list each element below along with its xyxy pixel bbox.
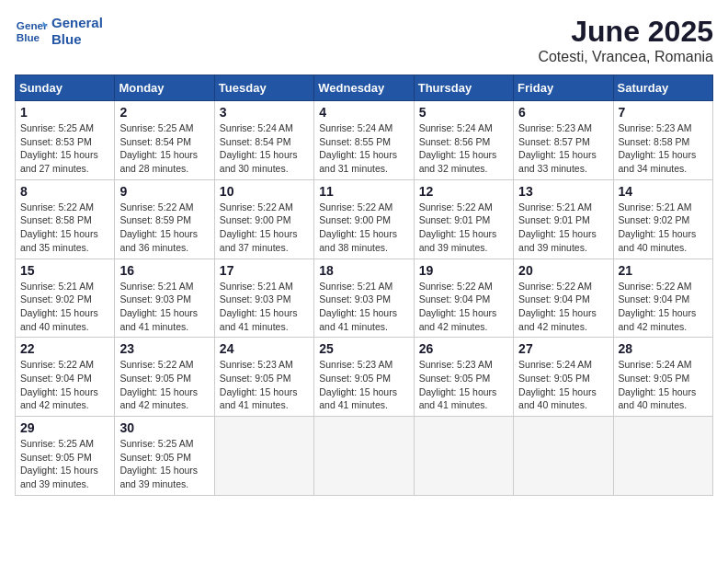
day-number: 19 — [419, 263, 508, 278]
calendar-cell-empty — [214, 417, 313, 496]
day-number: 18 — [319, 263, 408, 278]
calendar-cell-14: 14Sunrise: 5:21 AMSunset: 9:02 PMDayligh… — [613, 179, 712, 259]
calendar-header-sunday: Sunday — [16, 75, 115, 101]
day-info: Sunrise: 5:22 AMSunset: 9:04 PMDaylight:… — [419, 280, 508, 334]
calendar-cell-6: 6Sunrise: 5:23 AMSunset: 8:57 PMDaylight… — [514, 101, 613, 180]
day-info: Sunrise: 5:21 AMSunset: 9:01 PMDaylight:… — [518, 201, 608, 255]
day-info: Sunrise: 5:21 AMSunset: 9:03 PMDaylight:… — [220, 280, 309, 334]
calendar-header-thursday: Thursday — [414, 75, 513, 101]
day-info: Sunrise: 5:22 AMSunset: 9:04 PMDaylight:… — [518, 280, 608, 334]
day-number: 1 — [20, 105, 109, 120]
day-info: Sunrise: 5:23 AMSunset: 9:05 PMDaylight:… — [419, 358, 508, 412]
calendar-cell-29: 29Sunrise: 5:25 AMSunset: 9:05 PMDayligh… — [16, 417, 115, 496]
day-info: Sunrise: 5:23 AMSunset: 8:58 PMDaylight:… — [619, 121, 708, 176]
day-number: 12 — [419, 184, 508, 199]
calendar-week-5: 29Sunrise: 5:25 AMSunset: 9:05 PMDayligh… — [16, 417, 713, 496]
day-info: Sunrise: 5:25 AMSunset: 8:53 PMDaylight:… — [20, 121, 109, 176]
logo-wordmark: General Blue — [51, 15, 103, 48]
logo-icon: General Blue — [15, 15, 48, 48]
calendar-cell-9: 9Sunrise: 5:22 AMSunset: 8:59 PMDaylight… — [115, 179, 214, 259]
day-number: 11 — [319, 184, 408, 199]
location-title: Cotesti, Vrancea, Romania — [538, 49, 713, 65]
month-title: June 2025 — [538, 15, 713, 49]
day-info: Sunrise: 5:23 AMSunset: 8:57 PMDaylight:… — [518, 121, 608, 176]
calendar-header-row: SundayMondayTuesdayWednesdayThursdayFrid… — [16, 75, 713, 101]
page-header: General Blue General Blue June 2025 Cote… — [15, 15, 713, 65]
day-info: Sunrise: 5:22 AMSunset: 8:58 PMDaylight:… — [20, 201, 109, 255]
day-info: Sunrise: 5:24 AMSunset: 9:05 PMDaylight:… — [619, 358, 708, 412]
day-info: Sunrise: 5:24 AMSunset: 8:56 PMDaylight:… — [419, 121, 508, 176]
day-info: Sunrise: 5:21 AMSunset: 9:02 PMDaylight:… — [20, 280, 109, 334]
logo: General Blue General Blue — [15, 15, 103, 48]
day-info: Sunrise: 5:22 AMSunset: 9:01 PMDaylight:… — [419, 201, 508, 255]
calendar-cell-23: 23Sunrise: 5:22 AMSunset: 9:05 PMDayligh… — [115, 338, 214, 417]
day-info: Sunrise: 5:25 AMSunset: 9:05 PMDaylight:… — [20, 437, 109, 491]
logo-line1: General — [51, 15, 103, 31]
calendar-cell-22: 22Sunrise: 5:22 AMSunset: 9:04 PMDayligh… — [16, 338, 115, 417]
day-info: Sunrise: 5:21 AMSunset: 9:03 PMDaylight:… — [119, 280, 209, 334]
day-info: Sunrise: 5:25 AMSunset: 8:54 PMDaylight:… — [119, 121, 209, 176]
day-number: 22 — [20, 341, 109, 356]
calendar-cell-2: 2Sunrise: 5:25 AMSunset: 8:54 PMDaylight… — [115, 101, 214, 180]
day-number: 29 — [20, 420, 109, 435]
calendar-cell-1: 1Sunrise: 5:25 AMSunset: 8:53 PMDaylight… — [16, 101, 115, 180]
calendar-cell-7: 7Sunrise: 5:23 AMSunset: 8:58 PMDaylight… — [613, 101, 712, 180]
calendar-cell-18: 18Sunrise: 5:21 AMSunset: 9:03 PMDayligh… — [314, 259, 414, 338]
day-number: 15 — [20, 263, 109, 278]
calendar-table: SundayMondayTuesdayWednesdayThursdayFrid… — [15, 75, 713, 496]
day-number: 8 — [20, 184, 109, 199]
calendar-cell-20: 20Sunrise: 5:22 AMSunset: 9:04 PMDayligh… — [514, 259, 613, 338]
calendar-cell-30: 30Sunrise: 5:25 AMSunset: 9:05 PMDayligh… — [115, 417, 214, 496]
calendar-cell-17: 17Sunrise: 5:21 AMSunset: 9:03 PMDayligh… — [214, 259, 313, 338]
calendar-cell-5: 5Sunrise: 5:24 AMSunset: 8:56 PMDaylight… — [414, 101, 513, 180]
logo-line2: Blue — [51, 31, 103, 48]
day-info: Sunrise: 5:22 AMSunset: 9:04 PMDaylight:… — [20, 358, 109, 412]
day-number: 9 — [119, 184, 209, 199]
calendar-cell-19: 19Sunrise: 5:22 AMSunset: 9:04 PMDayligh… — [414, 259, 513, 338]
day-info: Sunrise: 5:25 AMSunset: 9:05 PMDaylight:… — [119, 437, 209, 491]
calendar-cell-26: 26Sunrise: 5:23 AMSunset: 9:05 PMDayligh… — [414, 338, 513, 417]
day-number: 30 — [119, 420, 209, 435]
day-number: 6 — [518, 105, 608, 120]
calendar-cell-25: 25Sunrise: 5:23 AMSunset: 9:05 PMDayligh… — [314, 338, 414, 417]
calendar-cell-12: 12Sunrise: 5:22 AMSunset: 9:01 PMDayligh… — [414, 179, 513, 259]
svg-text:Blue: Blue — [17, 31, 40, 43]
calendar-cell-21: 21Sunrise: 5:22 AMSunset: 9:04 PMDayligh… — [613, 259, 712, 338]
title-area: June 2025 Cotesti, Vrancea, Romania — [538, 15, 713, 65]
calendar-week-2: 8Sunrise: 5:22 AMSunset: 8:58 PMDaylight… — [16, 179, 713, 259]
day-info: Sunrise: 5:24 AMSunset: 8:54 PMDaylight:… — [220, 121, 309, 176]
day-info: Sunrise: 5:21 AMSunset: 9:03 PMDaylight:… — [319, 280, 408, 334]
day-number: 17 — [220, 263, 309, 278]
calendar-header-monday: Monday — [115, 75, 214, 101]
day-info: Sunrise: 5:23 AMSunset: 9:05 PMDaylight:… — [319, 358, 408, 412]
day-number: 25 — [319, 341, 408, 356]
day-info: Sunrise: 5:24 AMSunset: 9:05 PMDaylight:… — [518, 358, 608, 412]
calendar-week-4: 22Sunrise: 5:22 AMSunset: 9:04 PMDayligh… — [16, 338, 713, 417]
calendar-cell-8: 8Sunrise: 5:22 AMSunset: 8:58 PMDaylight… — [16, 179, 115, 259]
calendar-cell-empty — [314, 417, 414, 496]
day-number: 10 — [220, 184, 309, 199]
day-number: 23 — [119, 341, 209, 356]
calendar-cell-24: 24Sunrise: 5:23 AMSunset: 9:05 PMDayligh… — [214, 338, 313, 417]
day-number: 13 — [518, 184, 608, 199]
day-number: 2 — [119, 105, 209, 120]
calendar-cell-16: 16Sunrise: 5:21 AMSunset: 9:03 PMDayligh… — [115, 259, 214, 338]
calendar-cell-27: 27Sunrise: 5:24 AMSunset: 9:05 PMDayligh… — [514, 338, 613, 417]
calendar-cell-13: 13Sunrise: 5:21 AMSunset: 9:01 PMDayligh… — [514, 179, 613, 259]
day-number: 5 — [419, 105, 508, 120]
day-info: Sunrise: 5:22 AMSunset: 8:59 PMDaylight:… — [119, 201, 209, 255]
day-number: 3 — [220, 105, 309, 120]
calendar-header-friday: Friday — [514, 75, 613, 101]
day-number: 16 — [119, 263, 209, 278]
calendar-cell-15: 15Sunrise: 5:21 AMSunset: 9:02 PMDayligh… — [16, 259, 115, 338]
calendar-cell-11: 11Sunrise: 5:22 AMSunset: 9:00 PMDayligh… — [314, 179, 414, 259]
day-number: 26 — [419, 341, 508, 356]
day-number: 28 — [619, 341, 708, 356]
day-number: 21 — [619, 263, 708, 278]
calendar-header-tuesday: Tuesday — [214, 75, 313, 101]
day-info: Sunrise: 5:21 AMSunset: 9:02 PMDaylight:… — [619, 201, 708, 255]
day-number: 24 — [220, 341, 309, 356]
calendar-cell-3: 3Sunrise: 5:24 AMSunset: 8:54 PMDaylight… — [214, 101, 313, 180]
calendar-week-3: 15Sunrise: 5:21 AMSunset: 9:02 PMDayligh… — [16, 259, 713, 338]
calendar-header-saturday: Saturday — [613, 75, 712, 101]
